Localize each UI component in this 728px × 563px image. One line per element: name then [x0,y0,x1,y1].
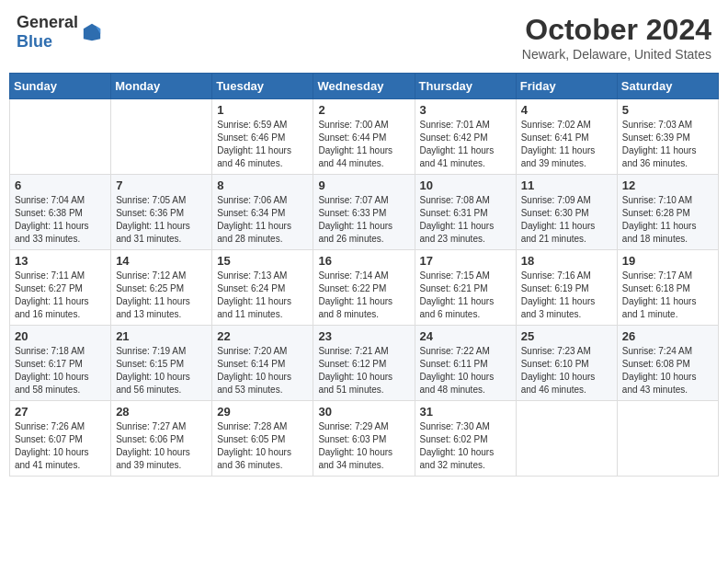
day-info: Sunrise: 7:09 AMSunset: 6:30 PMDaylight:… [521,194,612,246]
day-info: Sunrise: 7:00 AMSunset: 6:44 PMDaylight:… [318,119,409,170]
day-number: 20 [15,329,106,343]
day-number: 12 [622,178,713,192]
day-info: Sunrise: 7:20 AMSunset: 6:14 PMDaylight:… [217,345,308,396]
day-info: Sunrise: 7:13 AMSunset: 6:24 PMDaylight:… [217,270,308,321]
calendar-cell [111,99,212,175]
day-info: Sunrise: 7:07 AMSunset: 6:33 PMDaylight:… [318,194,409,246]
logo-general: General [17,13,78,31]
calendar-cell: 23Sunrise: 7:21 AMSunset: 6:12 PMDayligh… [313,326,415,401]
calendar-cell: 13Sunrise: 7:11 AMSunset: 6:27 PMDayligh… [10,250,111,326]
day-number: 1 [217,103,308,117]
day-number: 17 [420,254,511,268]
calendar-week-row: 13Sunrise: 7:11 AMSunset: 6:27 PMDayligh… [10,250,719,326]
calendar-cell: 12Sunrise: 7:10 AMSunset: 6:28 PMDayligh… [617,175,718,250]
day-info: Sunrise: 7:29 AMSunset: 6:03 PMDaylight:… [318,420,409,472]
day-number: 31 [420,405,511,419]
calendar-cell: 25Sunrise: 7:23 AMSunset: 6:10 PMDayligh… [516,326,617,401]
title-area: October 2024 Newark, Delaware, United St… [522,13,711,62]
day-number: 25 [521,329,612,343]
col-monday: Monday [111,74,212,99]
day-info: Sunrise: 7:10 AMSunset: 6:28 PMDaylight:… [622,194,713,246]
day-number: 30 [318,405,409,419]
calendar-cell: 26Sunrise: 7:24 AMSunset: 6:08 PMDayligh… [617,326,718,401]
day-number: 15 [217,254,308,268]
day-number: 29 [217,405,308,419]
calendar-week-row: 27Sunrise: 7:26 AMSunset: 6:07 PMDayligh… [10,401,719,477]
calendar-cell: 19Sunrise: 7:17 AMSunset: 6:18 PMDayligh… [617,250,718,326]
day-info: Sunrise: 7:02 AMSunset: 6:41 PMDaylight:… [521,119,612,170]
calendar-cell: 5Sunrise: 7:03 AMSunset: 6:39 PMDaylight… [617,99,718,175]
calendar-cell: 30Sunrise: 7:29 AMSunset: 6:03 PMDayligh… [313,401,415,477]
calendar-cell [10,99,111,175]
day-info: Sunrise: 7:27 AMSunset: 6:06 PMDaylight:… [116,420,207,472]
day-number: 27 [15,405,106,419]
col-sunday: Sunday [10,74,111,99]
calendar-cell: 2Sunrise: 7:00 AMSunset: 6:44 PMDaylight… [313,99,415,175]
day-info: Sunrise: 6:59 AMSunset: 6:46 PMDaylight:… [217,119,308,170]
calendar-cell: 20Sunrise: 7:18 AMSunset: 6:17 PMDayligh… [10,326,111,401]
day-info: Sunrise: 7:26 AMSunset: 6:07 PMDaylight:… [15,420,106,472]
day-number: 28 [116,405,207,419]
calendar-cell: 21Sunrise: 7:19 AMSunset: 6:15 PMDayligh… [111,326,212,401]
day-number: 7 [116,178,207,192]
calendar-cell [617,401,718,477]
day-info: Sunrise: 7:04 AMSunset: 6:38 PMDaylight:… [15,194,106,246]
calendar-cell: 9Sunrise: 7:07 AMSunset: 6:33 PMDaylight… [313,175,415,250]
calendar-cell: 4Sunrise: 7:02 AMSunset: 6:41 PMDaylight… [516,99,617,175]
calendar-cell: 7Sunrise: 7:05 AMSunset: 6:36 PMDaylight… [111,175,212,250]
logo-icon [82,22,102,42]
day-info: Sunrise: 7:17 AMSunset: 6:18 PMDaylight:… [622,270,713,321]
calendar-week-row: 6Sunrise: 7:04 AMSunset: 6:38 PMDaylight… [10,175,719,250]
day-info: Sunrise: 7:22 AMSunset: 6:11 PMDaylight:… [420,345,511,396]
day-number: 6 [15,178,106,192]
calendar-cell: 11Sunrise: 7:09 AMSunset: 6:30 PMDayligh… [516,175,617,250]
day-info: Sunrise: 7:05 AMSunset: 6:36 PMDaylight:… [116,194,207,246]
calendar-cell: 24Sunrise: 7:22 AMSunset: 6:11 PMDayligh… [415,326,516,401]
day-number: 13 [15,254,106,268]
day-info: Sunrise: 7:14 AMSunset: 6:22 PMDaylight:… [318,270,409,321]
col-tuesday: Tuesday [212,74,313,99]
day-number: 23 [318,329,409,343]
day-number: 24 [420,329,511,343]
day-info: Sunrise: 7:12 AMSunset: 6:25 PMDaylight:… [116,270,207,321]
calendar-cell: 14Sunrise: 7:12 AMSunset: 6:25 PMDayligh… [111,250,212,326]
calendar-cell: 28Sunrise: 7:27 AMSunset: 6:06 PMDayligh… [111,401,212,477]
calendar-cell: 17Sunrise: 7:15 AMSunset: 6:21 PMDayligh… [415,250,516,326]
col-friday: Friday [516,74,617,99]
calendar-cell: 27Sunrise: 7:26 AMSunset: 6:07 PMDayligh… [10,401,111,477]
day-number: 22 [217,329,308,343]
day-info: Sunrise: 7:28 AMSunset: 6:05 PMDaylight:… [217,420,308,472]
calendar-cell: 31Sunrise: 7:30 AMSunset: 6:02 PMDayligh… [415,401,516,477]
day-number: 5 [622,103,713,117]
day-number: 16 [318,254,409,268]
day-info: Sunrise: 7:03 AMSunset: 6:39 PMDaylight:… [622,119,713,170]
calendar-cell: 3Sunrise: 7:01 AMSunset: 6:42 PMDaylight… [415,99,516,175]
day-number: 26 [622,329,713,343]
day-number: 19 [622,254,713,268]
day-number: 10 [420,178,511,192]
logo: General Blue [17,13,102,52]
calendar-cell: 10Sunrise: 7:08 AMSunset: 6:31 PMDayligh… [415,175,516,250]
col-wednesday: Wednesday [313,74,415,99]
calendar-cell: 18Sunrise: 7:16 AMSunset: 6:19 PMDayligh… [516,250,617,326]
calendar-cell: 15Sunrise: 7:13 AMSunset: 6:24 PMDayligh… [212,250,313,326]
day-number: 14 [116,254,207,268]
day-info: Sunrise: 7:15 AMSunset: 6:21 PMDaylight:… [420,270,511,321]
day-number: 2 [318,103,409,117]
col-thursday: Thursday [415,74,516,99]
day-info: Sunrise: 7:23 AMSunset: 6:10 PMDaylight:… [521,345,612,396]
day-info: Sunrise: 7:21 AMSunset: 6:12 PMDaylight:… [318,345,409,396]
day-info: Sunrise: 7:24 AMSunset: 6:08 PMDaylight:… [622,345,713,396]
location-title: Newark, Delaware, United States [522,47,711,62]
calendar-cell [516,401,617,477]
day-info: Sunrise: 7:01 AMSunset: 6:42 PMDaylight:… [420,119,511,170]
day-info: Sunrise: 7:06 AMSunset: 6:34 PMDaylight:… [217,194,308,246]
day-number: 11 [521,178,612,192]
month-title: October 2024 [522,13,711,47]
col-saturday: Saturday [617,74,718,99]
calendar-header-row: Sunday Monday Tuesday Wednesday Thursday… [10,74,719,99]
day-number: 3 [420,103,511,117]
calendar-week-row: 1Sunrise: 6:59 AMSunset: 6:46 PMDaylight… [10,99,719,175]
day-number: 18 [521,254,612,268]
day-number: 21 [116,329,207,343]
